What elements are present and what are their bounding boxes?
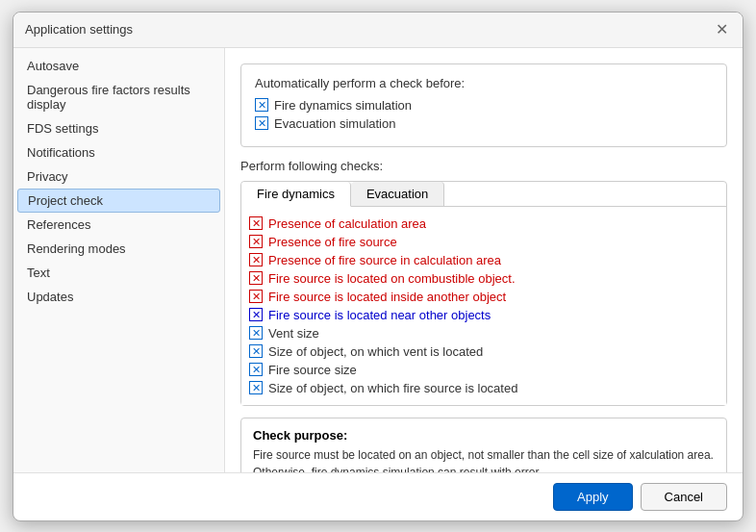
purpose-text: Fire source must be located on an object… (253, 446, 715, 472)
dialog-body: AutosaveDangerous fire factors results d… (13, 48, 743, 472)
sidebar-item-text[interactable]: Text (13, 261, 224, 285)
check-item-7: ✕ Vent size (249, 324, 718, 342)
auto-check-evac-label: Evacuation simulation (274, 116, 395, 131)
sidebar: AutosaveDangerous fire factors results d… (13, 48, 225, 472)
application-settings-dialog: Application settings ✕ AutosaveDangerous… (13, 12, 743, 521)
sidebar-item-privacy[interactable]: Privacy (13, 165, 224, 189)
check-label-5: Fire source is located inside another ob… (268, 290, 506, 304)
apply-button[interactable]: Apply (553, 483, 633, 511)
check-checkbox-8[interactable]: ✕ (249, 344, 263, 358)
sidebar-item-references[interactable]: References (13, 213, 224, 237)
check-label-8: Size of object, on which vent is located (268, 344, 483, 359)
sidebar-item-autosave[interactable]: Autosave (13, 54, 224, 78)
tabs-body: ✕ Presence of calculation area ✕ Presenc… (241, 207, 726, 405)
perform-checks-section: Perform following checks: Fire dynamics … (240, 159, 727, 406)
check-item-3: ✕ Presence of fire source in calculation… (249, 251, 718, 269)
tab-fire-dynamics[interactable]: Fire dynamics (241, 182, 351, 207)
check-item-6: ✕ Fire source is located near other obje… (249, 306, 718, 324)
sidebar-item-fds-settings[interactable]: FDS settings (13, 116, 224, 140)
check-label-7: Vent size (268, 326, 319, 341)
sidebar-item-project-check[interactable]: Project check (17, 189, 220, 213)
check-label-4: Fire source is located on combustible ob… (268, 271, 516, 286)
check-label-9: Fire source size (268, 363, 357, 377)
auto-check-fire-label: Fire dynamics simulation (274, 98, 412, 113)
check-checkbox-4[interactable]: ✕ (249, 271, 263, 285)
tab-evacuation[interactable]: Evacuation (351, 182, 444, 206)
cancel-button[interactable]: Cancel (641, 483, 727, 511)
tabs-header: Fire dynamics Evacuation (241, 182, 726, 207)
check-item-2: ✕ Presence of fire source (249, 233, 718, 251)
check-item-1: ✕ Presence of calculation area (249, 215, 718, 233)
auto-check-label: Automatically perform a check before: (255, 76, 713, 90)
purpose-title: Check purpose: (253, 428, 715, 443)
sidebar-item-dangerous-fire-factors-results-display[interactable]: Dangerous fire factors results display (13, 78, 224, 116)
sidebar-item-rendering-modes[interactable]: Rendering modes (13, 237, 224, 261)
check-item-8: ✕ Size of object, on which vent is locat… (249, 342, 718, 361)
sidebar-item-updates[interactable]: Updates (13, 285, 224, 309)
check-checkbox-10[interactable]: ✕ (249, 381, 263, 394)
check-checkbox-1[interactable]: ✕ (249, 216, 263, 230)
check-item-9: ✕ Fire source size (249, 361, 718, 379)
dialog-title: Application settings (25, 22, 133, 37)
auto-check-fire-checkbox[interactable]: ✕ (255, 98, 268, 112)
check-label-6: Fire source is located near other object… (268, 308, 491, 322)
check-checkbox-6[interactable]: ✕ (249, 308, 263, 321)
check-item-4: ✕ Fire source is located on combustible … (249, 269, 718, 288)
close-button[interactable]: ✕ (712, 20, 731, 39)
check-item-5: ✕ Fire source is located inside another … (249, 288, 718, 306)
check-item-10: ✕ Size of object, on which fire source i… (249, 379, 718, 397)
check-label-10: Size of object, on which fire source is … (268, 381, 517, 395)
check-checkbox-5[interactable]: ✕ (249, 290, 263, 303)
sidebar-item-notifications[interactable]: Notifications (13, 140, 224, 165)
check-label-2: Presence of fire source (268, 235, 397, 249)
check-label-3: Presence of fire source in calculation a… (268, 253, 501, 267)
main-content: Automatically perform a check before: ✕ … (225, 48, 743, 472)
check-checkbox-2[interactable]: ✕ (249, 235, 263, 248)
perform-checks-label: Perform following checks: (240, 159, 727, 173)
check-checkbox-9[interactable]: ✕ (249, 363, 263, 376)
check-checkbox-3[interactable]: ✕ (249, 253, 263, 266)
tabs-container: Fire dynamics Evacuation ✕ Presence of c… (240, 181, 727, 406)
auto-check-fire-row: ✕ Fire dynamics simulation (255, 98, 713, 113)
dialog-footer: Apply Cancel (13, 472, 743, 520)
check-checkbox-7[interactable]: ✕ (249, 326, 263, 340)
auto-check-section: Automatically perform a check before: ✕ … (240, 63, 727, 147)
title-bar: Application settings ✕ (13, 13, 743, 48)
check-label-1: Presence of calculation area (268, 216, 426, 231)
auto-check-evac-row: ✕ Evacuation simulation (255, 116, 713, 131)
auto-check-evac-checkbox[interactable]: ✕ (255, 116, 268, 130)
purpose-box: Check purpose: Fire source must be locat… (240, 418, 727, 472)
